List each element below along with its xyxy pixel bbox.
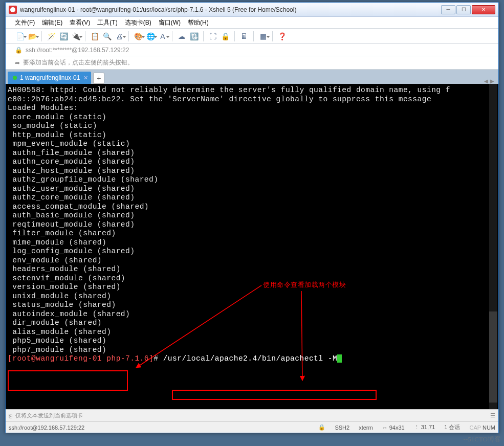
separator [253, 31, 254, 41]
address-bar: 🔒 ssh://root:********@192.168.57.129:22 [6, 44, 498, 56]
tab-nav: ◀ ▶ [484, 78, 498, 84]
close-button[interactable]: ✕ [472, 5, 495, 14]
annotation-box-command [172, 390, 377, 400]
properties-icon[interactable] [46, 31, 56, 42]
tools-icon[interactable] [239, 31, 249, 42]
separator [172, 31, 172, 41]
watermark: --51CTO博客 [464, 435, 501, 444]
status-connection: ssh://root@192.168.57.129:22 [9, 425, 84, 431]
input-bar: ⎘ 仅将文本发送到当前选项卡 ☰ [6, 409, 498, 421]
status-term: xterm [359, 425, 373, 431]
menu-file[interactable]: 文件(F) [15, 18, 35, 27]
tab-close-icon[interactable]: ✕ [83, 75, 88, 81]
ssh-url[interactable]: ssh://root:********@192.168.57.129:22 [26, 47, 129, 54]
status-pos: ⋮ 31,71 [414, 424, 435, 431]
print-icon[interactable] [114, 31, 124, 42]
menu-help[interactable]: 帮助(H) [188, 18, 209, 27]
hint-bar: ➦ 要添加当前会话，点击左侧的箭头按钮。 [6, 56, 498, 70]
separator [41, 31, 42, 41]
hint-text: 要添加当前会话，点击左侧的箭头按钮。 [23, 58, 134, 67]
menu-window[interactable]: 窗口(W) [159, 18, 181, 27]
status-lock-icon: 🔒 [318, 424, 325, 431]
separator [85, 31, 85, 41]
lock-icon[interactable] [220, 31, 230, 42]
status-indicators: CAP NUM [469, 425, 495, 431]
separator [203, 31, 204, 41]
menu-edit[interactable]: 编辑(E) [42, 18, 62, 27]
hint-arrow-icon[interactable]: ➦ [15, 59, 20, 66]
gear-icon[interactable]: ☰ [490, 412, 495, 419]
encoding-icon[interactable] [145, 31, 156, 42]
tab-label: 1 wangruifenglinux-01 [20, 74, 80, 81]
add-tab-button[interactable]: + [93, 73, 104, 84]
separator [234, 31, 235, 41]
status-dot-icon [13, 76, 17, 80]
size-icon: ↔ [382, 425, 389, 431]
status-bar: ssh://root@192.168.57.129:22 🔒 SSH2 xter… [6, 421, 498, 433]
window-title: wangruifenglinux-01 - root@wangruifeng-0… [20, 6, 296, 13]
separator [128, 31, 129, 41]
view-icon[interactable] [258, 31, 268, 42]
menubar: 文件(F) 编辑(E) 查看(V) 工具(T) 选项卡(B) 窗口(W) 帮助(… [6, 17, 498, 29]
reconnect-icon[interactable] [58, 31, 69, 42]
status-size: ↔ 94x31 [382, 425, 405, 431]
new-session-icon[interactable] [15, 31, 25, 42]
minimize-button[interactable]: ─ [441, 5, 455, 14]
copy-icon[interactable] [90, 31, 100, 42]
status-ssh: SSH2 [335, 425, 349, 431]
annotation-label: 使用命令查看加载两个模块 [263, 280, 346, 289]
tab-next-icon[interactable]: ▶ [490, 78, 494, 84]
separator [272, 31, 273, 41]
status-sessions: 1 会话 [444, 423, 460, 431]
disconnect-icon[interactable] [71, 31, 81, 42]
session-tab[interactable]: 1 wangruifenglinux-01 ✕ [8, 72, 91, 84]
input-mode-icon[interactable]: ⎘ [9, 413, 12, 419]
sync-icon[interactable] [189, 31, 199, 42]
terminal-output[interactable]: AH00558: httpd: Could not reliably deter… [6, 84, 498, 409]
color-icon[interactable] [133, 31, 143, 42]
app-window: wangruifenglinux-01 - root@wangruifeng-0… [5, 2, 499, 433]
menu-tabs[interactable]: 选项卡(B) [125, 18, 151, 27]
pos-icon: ⋮ [414, 424, 421, 430]
menu-view[interactable]: 查看(V) [70, 18, 90, 27]
scrollbar-thumb[interactable] [489, 311, 497, 403]
annotation-box-modules [8, 370, 128, 391]
maximize-button[interactable]: ☐ [456, 5, 471, 14]
open-session-icon[interactable] [27, 31, 37, 42]
fullscreen-icon[interactable] [208, 31, 218, 42]
help-icon[interactable] [277, 31, 287, 42]
input-placeholder[interactable]: 仅将文本发送到当前选项卡 [15, 412, 83, 419]
svg-line-1 [301, 291, 302, 381]
lock-icon: 🔒 [15, 47, 23, 54]
tab-prev-icon[interactable]: ◀ [484, 78, 488, 84]
font-icon[interactable] [158, 31, 168, 42]
toolbar [6, 29, 498, 44]
menu-tools[interactable]: 工具(T) [97, 18, 117, 27]
titlebar[interactable]: wangruifenglinux-01 - root@wangruifeng-0… [6, 3, 498, 17]
cloud-icon[interactable] [177, 31, 187, 42]
app-icon [9, 6, 17, 14]
tab-bar: 1 wangruifenglinux-01 ✕ + ◀ ▶ [6, 70, 498, 84]
search-icon[interactable] [102, 31, 112, 42]
